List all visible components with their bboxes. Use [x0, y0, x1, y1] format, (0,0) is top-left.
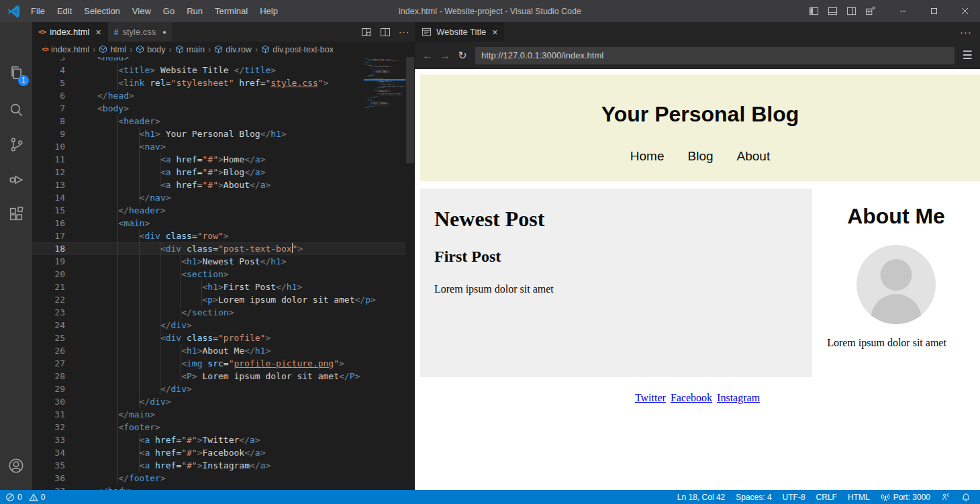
footer-link[interactable]: Instagram: [717, 392, 760, 404]
code-line-content[interactable]: <a href="#">Instagram</a>: [97, 459, 271, 472]
code-line[interactable]: 4<title> Website Title </title>: [32, 64, 405, 77]
code-line[interactable]: 28<P> Lorem ipsum dolor sit amet</P>: [32, 370, 405, 383]
menu-item[interactable]: Run: [181, 0, 209, 22]
code-line-content[interactable]: <head>: [97, 57, 129, 64]
breadcrumb-item[interactable]: main: [175, 45, 205, 54]
maximize-button[interactable]: [918, 0, 949, 22]
code-line-content[interactable]: </div>: [97, 383, 192, 395]
code-line-content[interactable]: <a href="#">About</a>: [97, 179, 271, 191]
code-line-content[interactable]: <p>Lorem ipsum dolor sit amet</p>: [97, 293, 376, 306]
code-line-content[interactable]: <div class="post-text-box">: [97, 242, 303, 255]
more-actions-icon[interactable]: ···: [399, 27, 409, 37]
tab-close-icon[interactable]: ×: [96, 27, 101, 38]
code-line[interactable]: 19<h1>Newest Post</h1>: [32, 255, 405, 268]
code-line-content[interactable]: </section>: [97, 306, 234, 319]
indentation-setting[interactable]: Spaces: 4: [730, 493, 777, 502]
code-line-content[interactable]: <main>: [97, 217, 150, 230]
toggle-secondary-sidebar-icon[interactable]: [846, 6, 856, 16]
tab-style-css[interactable]: # style.css ●: [108, 22, 173, 42]
code-line-content[interactable]: <h1>About Me</h1>: [97, 344, 271, 357]
breadcrumb-item[interactable]: div.post-text-box: [261, 45, 334, 54]
forward-icon[interactable]: →: [436, 50, 454, 62]
code-line[interactable]: 3<head>: [32, 57, 405, 64]
code-line[interactable]: 33<a href="#">Twitter</a>: [32, 434, 405, 446]
errors-icon[interactable]: [5, 493, 15, 502]
code-line[interactable]: 34<a href="#">Facebook</a>: [32, 446, 405, 459]
code-line-content[interactable]: <section>: [97, 268, 229, 281]
code-line-content[interactable]: <h1>First Post</h1>: [97, 281, 302, 293]
breadcrumb-item[interactable]: body: [136, 45, 165, 54]
code-line-content[interactable]: <a href="#">Twitter</a>: [97, 434, 260, 446]
code-line[interactable]: 37</body>: [32, 485, 405, 490]
code-line-content[interactable]: <header>: [97, 115, 160, 128]
code-line[interactable]: 24</div>: [32, 319, 405, 332]
code-editor[interactable]: 3<head>4<title> Website Title </title>5<…: [32, 57, 415, 490]
extensions-icon[interactable]: [0, 198, 32, 230]
code-line[interactable]: 21<h1>First Post</h1>: [32, 281, 405, 293]
code-line[interactable]: 7<body>: [32, 102, 405, 115]
code-line-content[interactable]: <link rel="stylesheet" href="style.css">: [97, 77, 328, 89]
code-line[interactable]: 35<a href="#">Instagram</a>: [32, 459, 405, 472]
code-line-content[interactable]: </header>: [97, 204, 166, 217]
nav-link[interactable]: Blog: [688, 149, 714, 164]
code-line[interactable]: 10<nav>: [32, 140, 405, 153]
menu-item[interactable]: File: [25, 0, 51, 22]
run-and-debug-icon[interactable]: [0, 163, 32, 195]
code-line[interactable]: 18<div class="post-text-box">: [32, 242, 405, 255]
feedback-icon[interactable]: [936, 493, 956, 502]
menu-item[interactable]: Edit: [51, 0, 78, 22]
code-line[interactable]: 20<section>: [32, 268, 405, 281]
code-line-content[interactable]: <body>: [97, 102, 129, 115]
code-line[interactable]: 16<main>: [32, 217, 405, 230]
split-editor-icon[interactable]: [380, 27, 391, 38]
code-line[interactable]: 14</nav>: [32, 191, 405, 204]
menu-item[interactable]: View: [126, 0, 157, 22]
accounts-icon[interactable]: [0, 450, 32, 482]
language-mode[interactable]: HTML: [842, 493, 875, 502]
nav-link[interactable]: About: [737, 149, 771, 164]
scrollbar-slider[interactable]: [406, 57, 414, 163]
code-line-content[interactable]: <a href="#">Facebook</a>: [97, 446, 265, 459]
source-control-icon[interactable]: [0, 128, 32, 160]
toggle-primary-sidebar-icon[interactable]: [809, 6, 819, 16]
code-line[interactable]: 8<header>: [32, 115, 405, 128]
code-line[interactable]: 15</header>: [32, 204, 405, 217]
encoding[interactable]: UTF-8: [777, 493, 811, 502]
notifications-bell-icon[interactable]: [956, 493, 976, 502]
code-line[interactable]: 31</main>: [32, 408, 405, 421]
code-line[interactable]: 27<img src="profile-picture.png">: [32, 357, 405, 370]
modified-dot-icon[interactable]: ●: [162, 29, 166, 36]
code-line-content[interactable]: <nav>: [97, 140, 166, 153]
minimap[interactable]: <head> <title> Website Title </title> <l…: [364, 57, 405, 490]
breadcrumb-item[interactable]: html: [99, 45, 126, 54]
live-server-port[interactable]: Port: 3000: [875, 493, 936, 502]
code-line-content[interactable]: <title> Website Title </title>: [97, 64, 276, 77]
browser-menu-icon[interactable]: ☰: [954, 48, 980, 62]
code-line-content[interactable]: <footer>: [97, 421, 160, 434]
code-line-content[interactable]: </footer>: [97, 472, 166, 485]
tab-close-icon[interactable]: ×: [492, 27, 497, 38]
close-window-button[interactable]: [949, 0, 980, 22]
tab-website-title[interactable]: Website Title ×: [415, 22, 505, 42]
reload-icon[interactable]: ↻: [454, 49, 471, 62]
code-line[interactable]: 29</div>: [32, 383, 405, 395]
code-line-content[interactable]: </div>: [97, 319, 192, 332]
preview-more-actions-icon[interactable]: ···: [960, 26, 972, 38]
explorer-icon[interactable]: 1: [0, 57, 32, 89]
editor-scrollbar[interactable]: [405, 57, 415, 490]
nav-link[interactable]: Home: [630, 149, 665, 164]
eol-setting[interactable]: CRLF: [811, 493, 842, 502]
tab-index-html[interactable]: <> index.html ×: [32, 22, 108, 42]
footer-link[interactable]: Facebook: [671, 392, 712, 404]
search-icon[interactable]: [0, 93, 32, 125]
code-line[interactable]: 22<p>Lorem ipsum dolor sit amet</p>: [32, 293, 405, 306]
code-line[interactable]: 36</footer>: [32, 472, 405, 485]
code-line[interactable]: 30</div>: [32, 395, 405, 408]
menu-item[interactable]: Terminal: [209, 0, 254, 22]
code-line[interactable]: 17<div class="row">: [32, 230, 405, 242]
code-line-content[interactable]: <div class="row">: [97, 230, 229, 242]
toggle-panel-icon[interactable]: [828, 6, 838, 16]
open-preview-icon[interactable]: [361, 27, 372, 38]
menu-item[interactable]: Go: [157, 0, 181, 22]
code-line-content[interactable]: <a href="#">Home</a>: [97, 153, 265, 166]
